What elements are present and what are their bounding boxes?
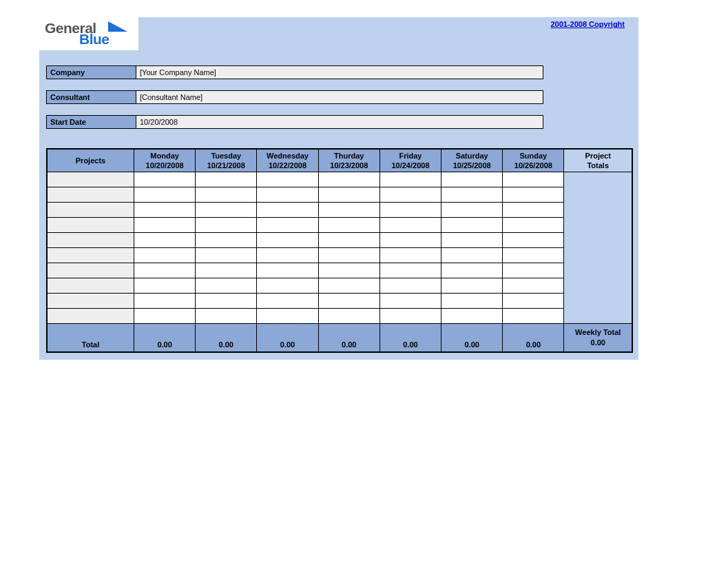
hours-cell[interactable] [318,233,379,248]
project-cell[interactable] [47,203,134,218]
day-total-tue: 0.00 [196,324,257,353]
hours-cell[interactable] [257,278,318,294]
day-total-wed: 0.00 [257,324,318,353]
hours-cell[interactable] [379,248,441,263]
hours-cell[interactable] [257,309,318,324]
hours-cell[interactable] [379,218,441,233]
hours-cell[interactable] [134,187,196,203]
project-total-cell [564,248,632,263]
hours-cell[interactable] [196,172,257,187]
project-cell[interactable] [47,218,134,233]
hours-cell[interactable] [441,263,503,278]
hours-cell[interactable] [196,233,257,248]
hours-cell[interactable] [134,248,196,263]
project-cell[interactable] [47,263,134,278]
hours-cell[interactable] [441,218,503,233]
hours-cell[interactable] [503,172,564,187]
hours-cell[interactable] [441,172,503,187]
timesheet-document: General Blue 2001-2008 Copyright Company… [39,17,638,360]
hours-cell[interactable] [379,309,441,324]
hours-cell[interactable] [318,278,379,294]
table-row [47,172,632,187]
hours-cell[interactable] [503,187,564,203]
hours-cell[interactable] [379,278,441,294]
hours-cell[interactable] [196,203,257,218]
project-cell[interactable] [47,172,134,187]
hours-cell[interactable] [503,278,564,294]
project-total-cell [564,233,632,248]
hours-cell[interactable] [257,187,318,203]
hours-cell[interactable] [134,278,196,294]
hours-cell[interactable] [318,248,379,263]
hours-cell[interactable] [196,294,257,309]
hours-cell[interactable] [257,248,318,263]
hours-cell[interactable] [196,263,257,278]
hours-cell[interactable] [196,248,257,263]
table-row [47,309,632,324]
hours-cell[interactable] [257,294,318,309]
hours-cell[interactable] [318,203,379,218]
company-label: Company [46,65,136,79]
hours-cell[interactable] [257,233,318,248]
hours-cell[interactable] [196,309,257,324]
hours-cell[interactable] [441,233,503,248]
hours-cell[interactable] [318,172,379,187]
table-row [47,263,632,278]
hours-cell[interactable] [134,218,196,233]
hours-cell[interactable] [196,187,257,203]
hours-cell[interactable] [134,309,196,324]
hours-cell[interactable] [379,187,441,203]
hours-cell[interactable] [134,233,196,248]
day-header-mon: Monday10/20/2008 [134,149,196,172]
project-cell[interactable] [47,233,134,248]
hours-cell[interactable] [441,203,503,218]
hours-cell[interactable] [441,294,503,309]
hours-cell[interactable] [441,309,503,324]
hours-cell[interactable] [318,294,379,309]
hours-cell[interactable] [379,172,441,187]
hours-cell[interactable] [318,309,379,324]
hours-cell[interactable] [441,248,503,263]
hours-cell[interactable] [379,263,441,278]
hours-cell[interactable] [503,309,564,324]
startdate-input[interactable]: 10/20/2008 [136,115,543,129]
hours-cell[interactable] [196,218,257,233]
consultant-input[interactable]: [Consultant Name] [136,90,543,104]
project-cell[interactable] [47,187,134,203]
hours-cell[interactable] [441,278,503,294]
hours-cell[interactable] [318,218,379,233]
hours-cell[interactable] [134,294,196,309]
hours-cell[interactable] [257,203,318,218]
hours-cell[interactable] [134,263,196,278]
hours-cell[interactable] [503,203,564,218]
hours-cell[interactable] [257,218,318,233]
hours-cell[interactable] [503,263,564,278]
hours-cell[interactable] [441,187,503,203]
day-total-mon: 0.00 [134,324,196,353]
header: General Blue 2001-2008 Copyright [39,17,638,50]
hours-cell[interactable] [257,263,318,278]
hours-cell[interactable] [503,248,564,263]
day-header-sun: Sunday10/26/2008 [503,149,564,172]
hours-cell[interactable] [257,172,318,187]
hours-cell[interactable] [134,172,196,187]
hours-cell[interactable] [379,233,441,248]
consultant-label: Consultant [46,90,136,104]
hours-cell[interactable] [134,203,196,218]
hours-cell[interactable] [503,233,564,248]
table-row [47,294,632,309]
timesheet-table: Projects Monday10/20/2008 Tuesday10/21/2… [46,148,633,353]
project-cell[interactable] [47,278,134,294]
copyright-link[interactable]: 2001-2008 Copyright [550,20,625,28]
hours-cell[interactable] [503,218,564,233]
project-cell[interactable] [47,248,134,263]
hours-cell[interactable] [318,263,379,278]
project-cell[interactable] [47,309,134,324]
hours-cell[interactable] [318,187,379,203]
hours-cell[interactable] [196,278,257,294]
project-cell[interactable] [47,294,134,309]
hours-cell[interactable] [379,294,441,309]
hours-cell[interactable] [503,294,564,309]
company-input[interactable]: [Your Company Name] [136,65,543,79]
hours-cell[interactable] [379,203,441,218]
